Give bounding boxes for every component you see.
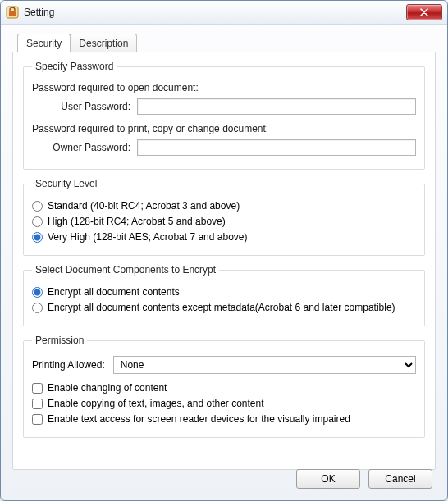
legend-level: Security Level — [32, 178, 100, 189]
radio-high[interactable] — [32, 216, 43, 227]
label-enable-access: Enable text access for screen reader dev… — [48, 413, 350, 425]
title-bar: Setting — [1, 1, 447, 25]
radio-row-high[interactable]: High (128-bit RC4; Acrobat 5 and above) — [32, 216, 416, 227]
svg-rect-1 — [9, 11, 16, 16]
radio-row-veryhigh[interactable]: Very High (128-bit AES; Acrobat 7 and ab… — [32, 231, 416, 243]
label-enable-copy: Enable copying of text, images, and othe… — [48, 398, 264, 409]
radio-standard[interactable] — [32, 201, 43, 212]
radio-row-encrypt-except[interactable]: Encrypt all document contents except met… — [32, 302, 416, 313]
close-icon — [420, 8, 428, 16]
setting-dialog: Setting Security Description Specify Pas… — [0, 0, 448, 501]
label-printing-allowed: Printing Allowed: — [32, 359, 105, 371]
tab-description[interactable]: Description — [70, 34, 137, 52]
check-enable-access[interactable] — [32, 414, 43, 425]
check-row-change[interactable]: Enable changing of content — [32, 382, 416, 394]
label-high: High (128-bit RC4; Acrobat 5 and above) — [48, 216, 226, 227]
group-specify-password: Specify Password Password required to op… — [23, 61, 425, 170]
legend-specify: Specify Password — [32, 61, 117, 72]
check-enable-copy[interactable] — [32, 399, 43, 409]
tab-security[interactable]: Security — [17, 34, 71, 52]
user-password-input[interactable] — [137, 98, 416, 115]
label-encrypt-except: Encrypt all document contents except met… — [48, 302, 395, 313]
check-enable-change[interactable] — [32, 383, 43, 394]
group-encrypt: Select Document Components to Encrypt En… — [23, 264, 425, 326]
label-veryhigh: Very High (128-bit AES; Acrobat 7 and ab… — [48, 231, 247, 243]
legend-encrypt: Select Document Components to Encrypt — [32, 264, 219, 276]
tab-panel: Specify Password Password required to op… — [12, 52, 436, 470]
label-owner-password: Owner Password: — [32, 142, 130, 153]
label-enable-change: Enable changing of content — [48, 382, 167, 394]
app-icon — [6, 6, 19, 19]
radio-veryhigh[interactable] — [32, 232, 43, 243]
group-security-level: Security Level Standard (40-bit RC4; Acr… — [23, 178, 425, 256]
label-change-required: Password required to print, copy or chan… — [32, 123, 416, 134]
label-standard: Standard (40-bit RC4; Acrobat 3 and abov… — [48, 200, 240, 212]
close-button[interactable] — [406, 4, 442, 20]
check-row-access[interactable]: Enable text access for screen reader dev… — [32, 413, 416, 425]
window-title: Setting — [24, 7, 406, 18]
label-open-required: Password required to open document: — [32, 82, 416, 93]
tab-strip: Security Description — [17, 34, 136, 52]
radio-row-encrypt-all[interactable]: Encrypt all document contents — [32, 286, 416, 298]
label-encrypt-all: Encrypt all document contents — [48, 286, 180, 298]
radio-row-standard[interactable]: Standard (40-bit RC4; Acrobat 3 and abov… — [32, 200, 416, 212]
radio-encrypt-all[interactable] — [32, 287, 43, 298]
ok-button[interactable]: OK — [296, 469, 360, 489]
legend-permission: Permission — [32, 335, 87, 346]
radio-encrypt-except[interactable] — [32, 303, 43, 313]
label-user-password: User Password: — [32, 101, 130, 112]
check-row-copy[interactable]: Enable copying of text, images, and othe… — [32, 398, 416, 409]
printing-allowed-select[interactable]: None — [113, 356, 416, 374]
group-permission: Permission Printing Allowed: None Enable… — [23, 335, 425, 438]
client-area: Security Description Specify Password Pa… — [1, 24, 447, 500]
cancel-button[interactable]: Cancel — [368, 469, 432, 489]
owner-password-input[interactable] — [137, 139, 416, 156]
dialog-buttons: OK Cancel — [296, 469, 432, 489]
